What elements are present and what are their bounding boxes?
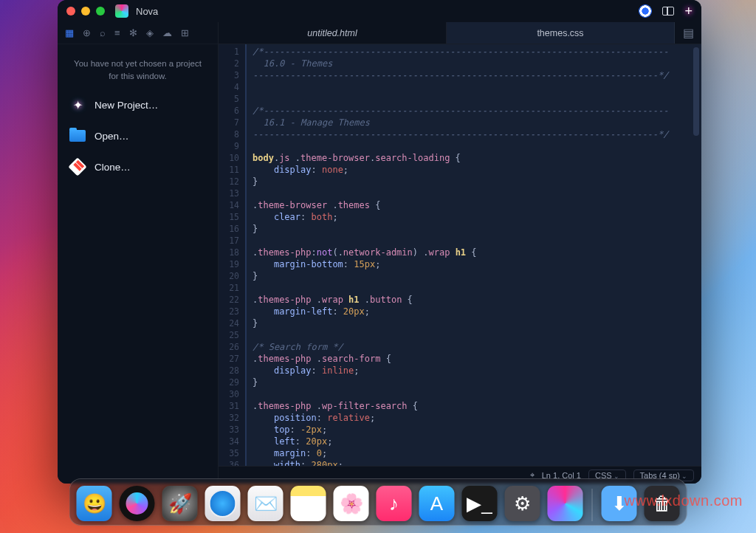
code-line[interactable]: .themes-php .wp-filter-search { xyxy=(252,400,684,412)
code-line[interactable]: .themes-php .wrap h1 .button { xyxy=(252,294,684,306)
code-line[interactable]: left: 20px; xyxy=(252,436,684,447)
code-line[interactable]: margin: 0; xyxy=(252,447,684,459)
app-icon xyxy=(115,4,128,18)
scrollbar-track xyxy=(691,44,701,466)
code-line[interactable]: /* Search form */ xyxy=(252,341,684,353)
open-label: Open… xyxy=(94,131,129,142)
clone-label: Clone… xyxy=(94,162,131,173)
app-name: Nova xyxy=(136,6,158,17)
layout-toggle-icon[interactable] xyxy=(662,7,674,16)
dock-preferences[interactable]: ⚙ xyxy=(505,486,540,521)
code-line[interactable]: } xyxy=(252,223,684,235)
globe-icon[interactable]: ⊕ xyxy=(83,27,91,38)
dock-launchpad[interactable]: 🚀 xyxy=(162,486,198,521)
dock-trash[interactable]: 🗑 xyxy=(645,486,680,521)
dock-safari[interactable] xyxy=(205,486,241,521)
folder-icon xyxy=(69,128,86,143)
sparkle-icon: ✦ xyxy=(69,97,86,112)
new-project-label: New Project… xyxy=(94,100,158,111)
tab-overflow-icon[interactable]: ▤ xyxy=(675,22,701,44)
code-line[interactable]: clear: both; xyxy=(252,211,684,223)
code-area[interactable]: /*--------------------------------------… xyxy=(245,44,691,466)
close-window-button[interactable] xyxy=(66,7,75,16)
titlebar: Nova + xyxy=(58,0,701,22)
code-line[interactable]: /*--------------------------------------… xyxy=(252,105,684,117)
code-line[interactable]: .themes-php .search-form { xyxy=(252,353,684,365)
code-line[interactable]: margin-left: 20px; xyxy=(252,306,684,317)
code-line[interactable]: width: 280px; xyxy=(252,459,684,466)
code-line[interactable]: margin-bottom: 15px; xyxy=(252,258,684,270)
dock-separator xyxy=(592,489,593,521)
code-line[interactable]: .themes-php:not(.network-admin) .wrap h1… xyxy=(252,247,684,258)
dock-finder[interactable]: 😀 xyxy=(77,486,112,521)
open-button[interactable]: Open… xyxy=(63,123,212,148)
app-window: Nova + ▦ ⊕ ⌕ ≡ ✻ ◈ ☁ ⊞ You have not yet … xyxy=(58,0,701,484)
zoom-window-button[interactable] xyxy=(96,7,105,16)
grid-icon[interactable]: ⊞ xyxy=(181,27,189,38)
tab-themes-css[interactable]: themes.css xyxy=(447,22,675,44)
code-line[interactable] xyxy=(252,329,684,341)
window-controls xyxy=(66,7,105,16)
line-number-gutter: 1234567891011121314151617181920212223242… xyxy=(219,44,245,466)
tab-untitled-html[interactable]: untitled.html xyxy=(219,22,447,44)
new-project-button[interactable]: ✦ New Project… xyxy=(63,92,212,117)
editor-pane: untitled.html themes.css ▤ 1234567891011… xyxy=(219,22,701,484)
dock-terminal[interactable]: ▶_ xyxy=(462,486,498,521)
code-line[interactable]: display: none; xyxy=(252,164,684,176)
files-icon[interactable]: ▦ xyxy=(65,27,74,38)
dock-appstore[interactable]: A xyxy=(419,486,455,521)
dock-mail[interactable]: ✉️ xyxy=(248,486,284,521)
code-line[interactable]: ----------------------------------------… xyxy=(252,128,684,140)
code-line[interactable] xyxy=(252,235,684,247)
dock-siri[interactable] xyxy=(120,486,155,521)
git-icon xyxy=(69,159,86,174)
minimize-window-button[interactable] xyxy=(81,7,90,16)
code-line[interactable]: } xyxy=(252,317,684,329)
preview-icon[interactable] xyxy=(639,4,652,18)
dock-music[interactable]: ♪ xyxy=(377,486,412,521)
dock-notes[interactable] xyxy=(291,486,326,521)
code-line[interactable]: /*--------------------------------------… xyxy=(252,46,684,58)
cloud-icon[interactable]: ☁ xyxy=(162,27,172,38)
sidebar-hint: You have not yet chosen a project for th… xyxy=(58,44,218,89)
symbols-icon[interactable]: ◈ xyxy=(146,27,154,38)
code-line[interactable] xyxy=(252,188,684,199)
search-icon[interactable]: ⌕ xyxy=(100,27,106,38)
dock-photos[interactable]: 🌸 xyxy=(334,486,369,521)
filter-icon[interactable]: ≡ xyxy=(114,27,120,38)
code-line[interactable]: body.js .theme-browser.search-loading { xyxy=(252,152,684,164)
dock: 😀 🚀 ✉️ 🌸 ♪ A ▶_ ⚙ ⬇ 🗑 xyxy=(69,478,687,526)
editor-tabs: untitled.html themes.css ▤ xyxy=(219,22,701,44)
code-line[interactable]: position: relative; xyxy=(252,412,684,424)
sidebar: ▦ ⊕ ⌕ ≡ ✻ ◈ ☁ ⊞ You have not yet chosen … xyxy=(58,22,219,484)
code-line[interactable]: top: -2px; xyxy=(252,424,684,436)
code-line[interactable] xyxy=(252,140,684,152)
snowflake-icon[interactable]: ✻ xyxy=(129,27,137,38)
dock-nova[interactable] xyxy=(548,486,583,521)
code-line[interactable]: } xyxy=(252,176,684,188)
code-line[interactable]: .theme-browser .themes { xyxy=(252,199,684,211)
code-line[interactable]: display: inline; xyxy=(252,365,684,376)
scrollbar-thumb[interactable] xyxy=(693,47,699,136)
code-line[interactable] xyxy=(252,388,684,400)
dock-downloads[interactable]: ⬇ xyxy=(602,486,637,521)
code-line[interactable] xyxy=(252,81,684,93)
clone-button[interactable]: Clone… xyxy=(63,154,212,179)
code-line[interactable]: ----------------------------------------… xyxy=(252,69,684,81)
code-line[interactable]: } xyxy=(252,376,684,388)
new-tab-button[interactable]: + xyxy=(684,4,693,19)
code-line[interactable] xyxy=(252,93,684,105)
code-line[interactable] xyxy=(252,282,684,294)
code-line[interactable]: 16.1 - Manage Themes xyxy=(252,117,684,128)
code-line[interactable]: 16.0 - Themes xyxy=(252,58,684,69)
code-line[interactable]: } xyxy=(252,270,684,282)
sidebar-tabbar: ▦ ⊕ ⌕ ≡ ✻ ◈ ☁ ⊞ xyxy=(58,22,218,44)
